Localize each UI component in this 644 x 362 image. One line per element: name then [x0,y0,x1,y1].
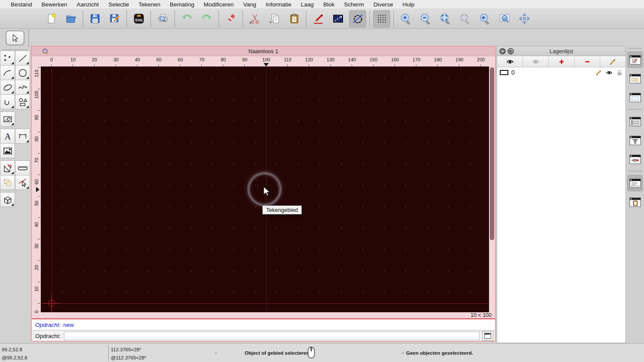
toggle-library-browser-button[interactable] [627,89,643,106]
circle-tool[interactable] [15,65,30,80]
hatch-tool[interactable] [0,112,15,127]
eye-icon [506,58,514,65]
layer-color-swatch[interactable] [500,70,508,75]
toggle-layer-list-button[interactable] [627,51,643,68]
menu-item[interactable]: Laag [296,1,319,8]
selection-rect-icon [332,13,344,24]
menu-item[interactable]: Aanzicht [72,1,104,8]
eye-off-icon [532,58,540,65]
undo-button[interactable] [178,10,195,27]
menu-item[interactable]: Scherm [339,1,369,8]
toggle-reference-points-button[interactable] [627,151,643,167]
solid-tool[interactable] [0,192,15,207]
pan-button[interactable] [516,10,533,27]
draft-mode-button[interactable] [349,10,366,27]
paste-button[interactable] [286,10,303,27]
menu-item[interactable]: Vang [238,1,261,8]
show-all-layers-button[interactable] [497,57,523,67]
undock-panel-button[interactable]: ❐ [507,48,514,54]
drawing-window-titlebar[interactable]: Naamloos 1 [32,47,495,56]
print-preview-button[interactable] [154,10,171,27]
command-window-icon [629,178,641,188]
layer-row[interactable]: 0 [497,67,626,78]
copy-button[interactable] [266,10,283,27]
status-bar: 99.2,52.8 @99.2,52.8 112.3765<28° @112.3… [0,343,644,362]
ruler-label: 170 [406,56,427,67]
previous-view-button[interactable] [476,10,493,27]
ruler-label: 10 [62,56,84,67]
menu-item[interactable]: Diverse [369,1,398,8]
polyline-tool[interactable] [0,94,15,109]
selection-mode-button[interactable] [329,10,346,27]
menu-item[interactable]: Blok [319,1,339,8]
command-window-button[interactable] [482,331,493,341]
edit-layer-button[interactable] [600,57,626,67]
menu-item[interactable]: Modificeren [199,1,239,8]
cut-button[interactable] [246,10,263,27]
menu-item[interactable]: Hulp [398,1,419,8]
redo-button[interactable] [198,10,215,27]
zoom-out-button[interactable] [417,10,434,27]
draw-pencil-button[interactable] [310,10,327,27]
text-tool[interactable]: A [0,129,15,144]
close-panel-button[interactable]: ✕ [499,48,506,54]
arc-tool[interactable] [0,65,15,80]
zoom-in-button[interactable] [397,10,414,27]
save-button[interactable] [86,10,103,27]
line-tool[interactable] [15,51,30,66]
drawing-canvas[interactable]: Tekengebied [41,66,489,312]
layer-visible-eye-icon[interactable] [606,69,613,76]
save-as-button[interactable] [106,10,123,27]
dimension-tool[interactable] [15,129,30,144]
points-tool[interactable] [0,51,15,66]
cursor-arrow-icon [10,33,20,43]
pan-icon [519,13,530,24]
ruler-label: 0 [32,293,41,314]
selection-arrow-tool[interactable] [6,30,24,45]
toggle-command-line-button[interactable] [627,175,643,191]
main-toolbar: SVG [0,9,644,29]
redo-icon [201,13,213,24]
grid-toggle-button[interactable] [373,10,390,27]
toolbar-separator [242,11,243,27]
new-button[interactable] [43,10,60,27]
modify-tool[interactable] [0,160,15,175]
scrollbar-thumb[interactable] [490,67,494,240]
menu-item[interactable]: Bestand [6,1,37,8]
ellipse-tool[interactable] [0,80,15,95]
y-axis [52,66,52,312]
toggle-selection-filter-button[interactable] [627,132,643,148]
add-layer-button[interactable] [549,57,574,67]
snap-tool[interactable] [15,175,30,190]
menu-item[interactable]: Tekenen [134,1,165,8]
measure-tool[interactable] [15,160,30,175]
image-tool[interactable] [0,143,15,158]
menu-item[interactable]: Bewerken [37,1,72,8]
menu-item[interactable]: Selectie [103,1,134,8]
relative-coordinate: @99.2,52.8 [2,354,27,362]
open-button[interactable] [62,10,79,27]
menu-item[interactable]: Bemating [165,1,199,8]
svg-export-button[interactable]: SVG [130,10,147,27]
toggle-block-list-button[interactable] [627,70,643,87]
x-axis [41,303,489,304]
zoom-window-button[interactable] [496,10,513,27]
spline-tool[interactable] [15,80,30,95]
eraser-button[interactable] [222,10,239,27]
hide-all-layers-button[interactable] [523,57,549,67]
toolbar-separator [174,11,175,27]
shapes-tool[interactable] [15,94,30,109]
toggle-clipboard-panel-button[interactable] [627,194,643,210]
toggle-property-editor-button[interactable] [627,113,643,130]
layer-lock-icon[interactable] [616,69,623,76]
ruler-label: 180 [427,56,449,67]
command-input[interactable] [64,332,480,340]
menu-item[interactable]: Informatie [261,1,296,8]
selection-tools[interactable] [0,175,15,190]
ruler-label: 30 [32,228,41,250]
auto-zoom-button[interactable] [437,10,454,27]
canvas-vertical-scrollbar[interactable] [489,66,495,312]
remove-layer-button[interactable] [574,57,600,67]
zoom-selection-button [456,10,474,27]
layer-edit-pencil-icon[interactable] [595,69,602,76]
